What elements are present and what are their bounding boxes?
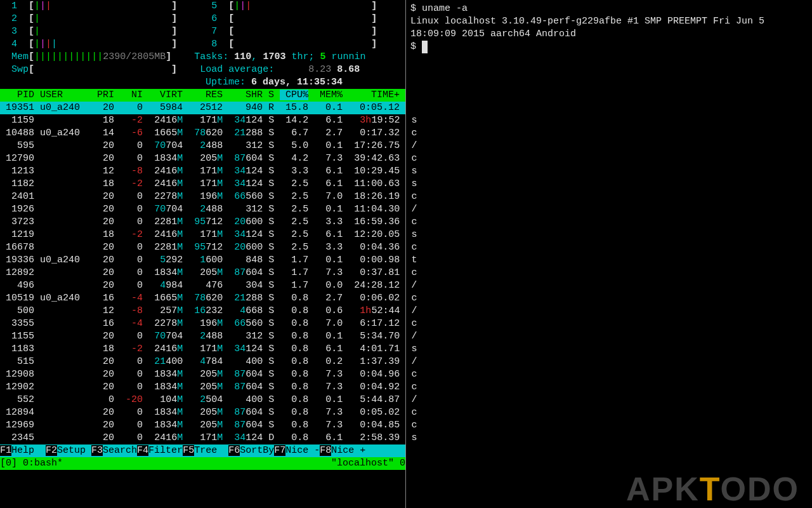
process-row[interactable]: 1183 18 -2 2416M 171M 34124 S 0.8 6.1 4:… — [0, 343, 405, 356]
process-row[interactable]: 552 0 -20 104M 2504 400 S 0.8 0.1 5:44.8… — [0, 394, 405, 406]
process-row[interactable]: 595 20 0 70704 2488 312 S 5.0 0.1 17:26.… — [0, 140, 405, 152]
process-row[interactable]: 16678 20 0 2281M 95712 20600 S 2.5 3.3 0… — [0, 241, 405, 254]
process-row[interactable]: 2401 20 0 2278M 196M 66560 S 2.5 7.0 18:… — [0, 190, 405, 203]
process-row[interactable]: 515 20 0 21400 4784 400 S 0.8 0.2 1:37.3… — [0, 356, 405, 368]
process-row[interactable]: 12969 20 0 1834M 205M 87604 S 0.8 7.3 0:… — [0, 419, 405, 432]
process-row[interactable]: 3723 20 0 2281M 95712 20600 S 2.5 3.3 16… — [0, 216, 405, 229]
htop-pane: 1 [||| ] 5 [||| ] 2 [| ] 6 [ ] 3 [| ] 7 … — [0, 0, 406, 508]
tmux-status-bar: [0] 0:bash* "localhost" 0 — [0, 457, 405, 470]
process-row[interactable]: 19336 u0_a240 20 0 5292 1600 848 S 1.7 0… — [0, 254, 405, 267]
process-table-body[interactable]: 19351 u0_a240 20 0 5984 2512 940 R 15.8 … — [0, 102, 405, 444]
process-row[interactable]: 12894 20 0 1834M 205M 87604 S 0.8 7.3 0:… — [0, 406, 405, 419]
process-row[interactable]: 1155 20 0 70704 2488 312 S 0.8 0.1 5:34.… — [0, 330, 405, 343]
meters-area: 1 [||| ] 5 [||| ] 2 [| ] 6 [ ] 3 [| ] 7 … — [0, 0, 405, 89]
process-row[interactable]: 12908 20 0 1834M 205M 87604 S 0.8 7.3 0:… — [0, 368, 405, 381]
process-row[interactable]: 1213 12 -8 2416M 171M 34124 S 3.3 6.1 10… — [0, 165, 405, 178]
process-row[interactable]: 12790 20 0 1834M 205M 87604 S 4.2 7.3 39… — [0, 152, 405, 165]
terminal-pane[interactable]: $ uname -a Linux localhost 3.10.49-perf-… — [407, 0, 812, 508]
process-row[interactable]: 12902 20 0 1834M 205M 87604 S 0.8 7.3 0:… — [0, 381, 405, 394]
watermark-logo: APKTODO — [626, 483, 799, 495]
process-row[interactable]: 3355 16 -4 2278M 196M 66560 S 0.8 7.0 6:… — [0, 318, 405, 330]
process-row[interactable]: 1219 18 -2 2416M 171M 34124 S 2.5 6.1 12… — [0, 229, 405, 241]
process-row[interactable]: 496 20 0 4984 476 304 S 1.7 0.0 24:28.12… — [0, 279, 405, 292]
process-row[interactable]: 1926 20 0 70704 2488 312 S 2.5 0.1 11:04… — [0, 203, 405, 216]
process-table-header[interactable]: PID USER PRI NI VIRT RES SHR S CPU% MEM%… — [0, 89, 405, 102]
process-row-selected[interactable]: 19351 u0_a240 20 0 5984 2512 940 R 15.8 … — [0, 102, 405, 114]
process-row[interactable]: 10488 u0_a240 14 -6 1665M 78620 21288 S … — [0, 127, 405, 140]
process-row[interactable]: 1182 18 -2 2416M 171M 34124 S 2.5 6.1 11… — [0, 178, 405, 190]
process-row[interactable]: 12892 20 0 1834M 205M 87604 S 1.7 7.3 0:… — [0, 267, 405, 279]
process-row[interactable]: 2345 20 0 2416M 171M 34124 D 0.8 6.1 2:5… — [0, 432, 405, 444]
function-keys-bar[interactable]: F1Help F2Setup F3SearchF4FilterF5Tree F6… — [0, 444, 405, 457]
process-row[interactable]: 10519 u0_a240 16 -4 1665M 78620 21288 S … — [0, 292, 405, 305]
process-row[interactable]: 1159 18 -2 2416M 171M 34124 S 14.2 6.1 3… — [0, 114, 405, 127]
process-row[interactable]: 500 12 -8 257M 16232 4668 S 0.8 0.6 1h52… — [0, 305, 405, 318]
